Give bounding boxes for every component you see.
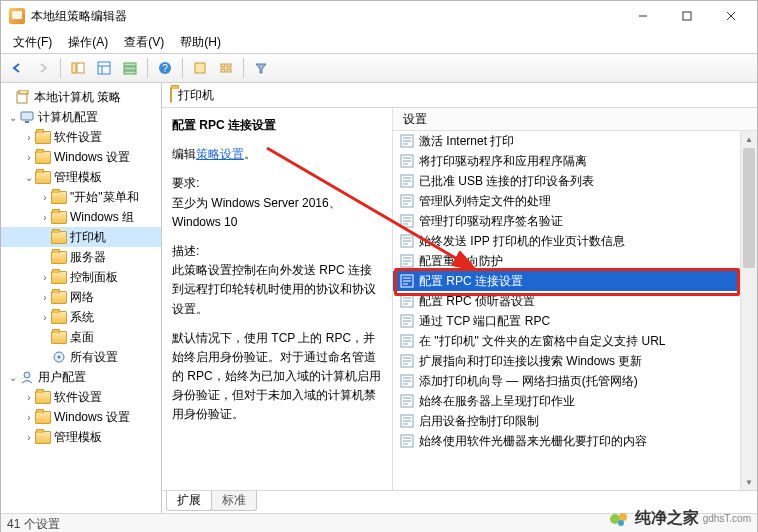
tree-start-menu[interactable]: › "开始"菜单和	[1, 187, 161, 207]
tree-windows-settings[interactable]: › Windows 设置	[1, 147, 161, 167]
svg-rect-1	[683, 12, 691, 20]
nav-tree[interactable]: 本地计算机 策略 ⌄ 计算机配置 › 软件设置 › Windows 设置 ⌄	[1, 83, 162, 513]
setting-item-icon	[399, 253, 415, 269]
tree-label: Windows 组	[70, 209, 134, 226]
expand-icon[interactable]: ›	[39, 292, 51, 303]
setting-row[interactable]: 配置重定向防护	[393, 251, 757, 271]
forward-button[interactable]	[31, 56, 55, 80]
tree-label: 计算机配置	[38, 109, 98, 126]
scroll-thumb[interactable]	[743, 148, 755, 268]
close-button[interactable]	[709, 2, 753, 30]
scroll-down-icon[interactable]: ▼	[741, 474, 757, 490]
menu-help[interactable]: 帮助(H)	[172, 32, 229, 53]
menu-file[interactable]: 文件(F)	[5, 32, 60, 53]
minimize-button[interactable]	[621, 2, 665, 30]
tab-extended[interactable]: 扩展	[166, 491, 212, 511]
setting-row[interactable]: 启用设备控制打印限制	[393, 411, 757, 431]
setting-row[interactable]: 始终发送 IPP 打印机的作业页计数信息	[393, 231, 757, 251]
setting-row[interactable]: 管理打印驱动程序签名验证	[393, 211, 757, 231]
tree-computer-config[interactable]: ⌄ 计算机配置	[1, 107, 161, 127]
setting-row[interactable]: 通过 TCP 端口配置 RPC	[393, 311, 757, 331]
expand-icon[interactable]: ›	[23, 132, 35, 143]
policy-root-icon	[15, 90, 31, 104]
edit-prefix: 编辑	[172, 147, 196, 161]
tree-software-settings[interactable]: › 软件设置	[1, 127, 161, 147]
toolbar-separator	[182, 58, 183, 78]
setting-row[interactable]: 配置 RPC 侦听器设置	[393, 291, 757, 311]
settings-node-icon	[51, 350, 67, 364]
menubar: 文件(F) 操作(A) 查看(V) 帮助(H)	[1, 31, 757, 53]
maximize-button[interactable]	[665, 2, 709, 30]
setting-label: 始终发送 IPP 打印机的作业页计数信息	[419, 233, 625, 250]
tree-root[interactable]: 本地计算机 策略	[1, 87, 161, 107]
folder-icon	[51, 210, 67, 224]
tree-all-settings[interactable]: 所有设置	[1, 347, 161, 367]
tree-u-admin-templates[interactable]: › 管理模板	[1, 427, 161, 447]
setting-row[interactable]: 激活 Internet 打印	[393, 131, 757, 151]
expand-icon[interactable]: ›	[39, 212, 51, 223]
expand-icon[interactable]: ›	[23, 432, 35, 443]
setting-row[interactable]: 配置 RPC 连接设置	[393, 271, 757, 291]
setting-label: 配置重定向防护	[419, 253, 503, 270]
details-button[interactable]	[92, 56, 116, 80]
settings-list[interactable]: 激活 Internet 打印将打印驱动程序和应用程序隔离已批准 USB 连接的打…	[393, 131, 757, 490]
scroll-up-icon[interactable]: ▲	[741, 131, 757, 147]
tree-user-config[interactable]: ⌄ 用户配置	[1, 367, 161, 387]
setting-label: 将打印驱动程序和应用程序隔离	[419, 153, 587, 170]
tree-windows-components[interactable]: › Windows 组	[1, 207, 161, 227]
computer-icon	[19, 110, 35, 124]
svg-rect-21	[19, 90, 28, 94]
svg-point-93	[619, 513, 627, 521]
setting-label: 添加打印机向导 — 网络扫描页(托管网络)	[419, 373, 638, 390]
setting-label: 配置 RPC 侦听器设置	[419, 293, 535, 310]
tab-standard[interactable]: 标准	[211, 491, 257, 511]
tree-control-panel[interactable]: › 控制面板	[1, 267, 161, 287]
collapse-icon[interactable]: ⌄	[7, 112, 19, 123]
collapse-icon[interactable]: ⌄	[7, 372, 19, 383]
tree-system[interactable]: › 系统	[1, 307, 161, 327]
setting-row[interactable]: 扩展指向和打印连接以搜索 Windows 更新	[393, 351, 757, 371]
list-column-header[interactable]: 设置	[393, 108, 757, 131]
setting-row[interactable]: 将打印驱动程序和应用程序隔离	[393, 151, 757, 171]
expand-icon[interactable]: ›	[39, 192, 51, 203]
tree-servers[interactable]: 服务器	[1, 247, 161, 267]
menu-view[interactable]: 查看(V)	[116, 32, 172, 53]
setting-row[interactable]: 添加打印机向导 — 网络扫描页(托管网络)	[393, 371, 757, 391]
tree-admin-templates[interactable]: ⌄ 管理模板	[1, 167, 161, 187]
setting-row[interactable]: 已批准 USB 连接的打印设备列表	[393, 171, 757, 191]
help-button[interactable]: ?	[153, 56, 177, 80]
tree-u-software-settings[interactable]: › 软件设置	[1, 387, 161, 407]
svg-marker-19	[256, 64, 266, 73]
setting-row[interactable]: 管理队列特定文件的处理	[393, 191, 757, 211]
edit-policy-link[interactable]: 策略设置	[196, 147, 244, 161]
tree-desktop[interactable]: 桌面	[1, 327, 161, 347]
menu-action[interactable]: 操作(A)	[60, 32, 116, 53]
setting-row[interactable]: 始终使用软件光栅器来光栅化要打印的内容	[393, 431, 757, 451]
tree-printers[interactable]: 打印机	[1, 227, 161, 247]
list-view-button[interactable]	[118, 56, 142, 80]
toolbar-separator	[60, 58, 61, 78]
tree-label: 管理模板	[54, 429, 102, 446]
expand-icon[interactable]: ›	[23, 152, 35, 163]
filter-button[interactable]	[249, 56, 273, 80]
collapse-icon[interactable]: ⌄	[23, 172, 35, 183]
setting-row[interactable]: 始终在服务器上呈现打印作业	[393, 391, 757, 411]
expand-icon[interactable]: ›	[39, 272, 51, 283]
folder-icon	[51, 270, 67, 284]
vertical-scrollbar[interactable]: ▲ ▼	[740, 131, 757, 490]
expand-icon[interactable]: ›	[23, 392, 35, 403]
show-hide-tree-button[interactable]	[66, 56, 90, 80]
tree-network[interactable]: › 网络	[1, 287, 161, 307]
setting-item-icon	[399, 173, 415, 189]
tree-u-windows-settings[interactable]: › Windows 设置	[1, 407, 161, 427]
expand-icon[interactable]: ›	[39, 312, 51, 323]
expand-icon[interactable]: ›	[23, 412, 35, 423]
folder-icon	[51, 310, 67, 324]
back-button[interactable]	[5, 56, 29, 80]
app-window: 本地组策略编辑器 文件(F) 操作(A) 查看(V) 帮助(H)	[0, 0, 758, 532]
setting-row[interactable]: 在 "打印机" 文件夹的左窗格中自定义支持 URL	[393, 331, 757, 351]
icon-large-button[interactable]	[188, 56, 212, 80]
icon-small-button[interactable]	[214, 56, 238, 80]
svg-point-26	[24, 372, 30, 378]
setting-item-icon	[399, 193, 415, 209]
